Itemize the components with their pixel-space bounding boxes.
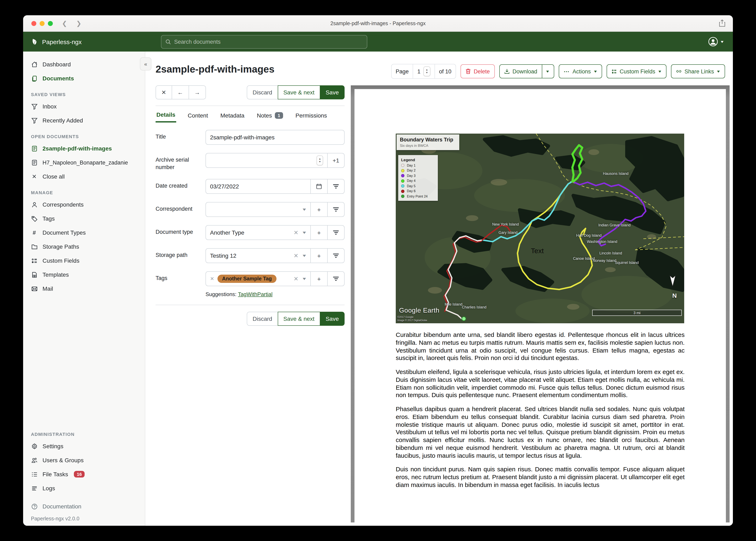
app-header: Paperless-ngx Search documents ▼ [23,32,733,52]
user-menu[interactable]: ▼ [708,37,724,47]
calendar-icon [316,184,322,189]
mail-icon [31,285,38,292]
asn-next-button[interactable]: +1 [327,153,344,168]
discard-button[interactable]: Discard [247,85,278,99]
sidebar-item-correspondents[interactable]: Correspondents [23,198,145,212]
map-text-annotation: Text [531,247,544,255]
sidebar-item-mail[interactable]: Mail [23,281,145,296]
gear-icon [31,443,38,449]
download-button[interactable]: Download ▼ [499,64,554,78]
sidebar-item-label: Inbox [43,103,57,110]
sidebar-item-tags[interactable]: Tags [23,212,145,226]
document-type-filter-button[interactable] [327,226,344,240]
tab-content[interactable]: Content [187,107,209,123]
save-button-bottom[interactable]: Save [320,312,345,326]
add-tag-button[interactable]: + [310,272,327,286]
tab-metadata[interactable]: Metadata [220,107,245,123]
macos-titlebar: ❮ ❯ 2sample-pdf-with-images - Paperless-… [23,15,733,32]
chevron-down-icon: ▼ [302,277,307,281]
page-stepper[interactable]: ▲▼ [423,66,430,76]
custom-fields-icon [611,69,617,74]
chevron-down-icon: ▼ [302,254,307,258]
sidebar-item-inbox[interactable]: Inbox [23,99,145,113]
custom-fields-button[interactable]: Custom Fields ▼ [606,64,666,78]
island-label: Gary Island [498,231,517,235]
sidebar-item-documentation[interactable]: Documentation [23,499,145,513]
correspondent-field: ▼ + [206,202,345,217]
page-number-input[interactable]: 1 ▲▼ [413,64,435,78]
share-icon[interactable] [719,19,725,27]
sidebar-item-open-doc-1[interactable]: 2sample-pdf-with-images [23,142,145,156]
download-dropdown-toggle[interactable]: ▼ [542,65,549,78]
save-button[interactable]: Save [320,85,345,99]
remove-tag-icon[interactable]: ✕ [210,276,214,281]
sidebar-item-settings[interactable]: Settings [23,439,145,453]
template-file-icon [31,271,38,278]
delete-button[interactable]: Delete [461,64,495,78]
island-label: New York Island [492,222,519,227]
share-links-button[interactable]: Share Links ▼ [671,64,725,78]
sidebar-item-documents[interactable]: Documents [23,71,145,85]
correspondent-filter-button[interactable] [327,203,344,217]
date-created-input[interactable] [210,183,306,190]
asn-stepper[interactable]: ▲▼ [317,156,323,165]
collapse-sidebar-button[interactable]: « [140,57,151,71]
next-document-button[interactable]: → [188,85,206,99]
storage-path-label: Storage path [156,248,206,263]
sidebar-item-dashboard[interactable]: Dashboard [23,57,145,71]
tab-permissions[interactable]: Permissions [295,107,328,123]
satellite-map-image [396,134,684,323]
sidebar-item-file-tasks[interactable]: File Tasks 16 [23,467,145,481]
filter-funnel-icon [31,103,38,110]
sidebar-item-custom-fields[interactable]: Custom Fields [23,254,145,268]
document-preview-pane[interactable]: Boundary Waters Trip Six days in BWCA Le… [351,85,730,522]
sidebar-item-recently-added[interactable]: Recently Added [23,113,145,127]
google-earth-logo: Google Earth [399,307,439,314]
suggestion-link[interactable]: TagWithPartial [238,291,273,297]
sidebar-item-logs[interactable]: Logs [23,481,145,495]
island-label: Lincoln Island [599,251,622,255]
title-input[interactable] [210,134,340,141]
sidebar-item-close-all[interactable]: ✕ Close all [23,170,145,184]
tags-filter-button[interactable] [327,272,344,286]
clear-icon[interactable]: ✕ [294,253,298,259]
tab-notes[interactable]: Notes1 [256,107,284,123]
sidebar-item-open-doc-2[interactable]: H7_Napoleon_Bonaparte_zadanie [23,156,145,170]
clear-icon[interactable]: ✕ [294,275,298,282]
add-correspondent-button[interactable]: + [310,203,327,217]
previous-document-button[interactable]: ← [171,85,189,99]
asn-input[interactable] [210,157,314,164]
save-next-button[interactable]: Save & next [278,85,320,99]
discard-button-bottom[interactable]: Discard [247,312,278,326]
calendar-button[interactable] [310,179,327,194]
storage-path-filter-button[interactable] [327,249,344,263]
clear-icon[interactable]: ✕ [294,229,298,236]
page-number-value: 1 [417,68,421,74]
actions-button[interactable]: ⋯ Actions ▼ [559,64,602,78]
map-figure: Boundary Waters Trip Six days in BWCA Le… [396,134,684,323]
file-tasks-count-badge: 16 [74,471,85,477]
tag-pill[interactable]: Another Sample Tag [217,274,276,283]
file-text-icon [31,145,38,152]
page-label: Page [392,64,413,78]
save-next-button-bottom[interactable]: Save & next [278,312,320,326]
sidebar-item-document-types[interactable]: # Document Types [23,226,145,240]
island-label: Hausons Island [603,172,628,176]
date-filter-button[interactable] [327,179,344,194]
add-document-type-button[interactable]: + [310,226,327,240]
legend-swatch-day4 [401,179,404,183]
tags-select[interactable]: ✕ Another Sample Tag ✕▼ [206,272,310,286]
sidebar-item-templates[interactable]: Templates [23,268,145,281]
sidebar-item-users-groups[interactable]: Users & Groups [23,453,145,467]
storage-path-select[interactable]: Testing 12 ✕▼ [206,249,310,263]
sidebar-item-storage-paths[interactable]: Storage Paths [23,240,145,254]
correspondent-select[interactable]: ▼ [206,203,310,217]
person-icon [31,201,38,208]
close-document-button[interactable]: ✕ [156,85,172,99]
add-storage-path-button[interactable]: + [310,249,327,263]
tab-details[interactable]: Details [156,107,176,123]
search-input[interactable]: Search documents [161,35,367,48]
brand[interactable]: Paperless-ngx [31,38,82,45]
document-type-select[interactable]: Another Type ✕▼ [206,226,310,240]
document-toolbar: Page 1 ▲▼ of 10 Delete [391,64,725,79]
